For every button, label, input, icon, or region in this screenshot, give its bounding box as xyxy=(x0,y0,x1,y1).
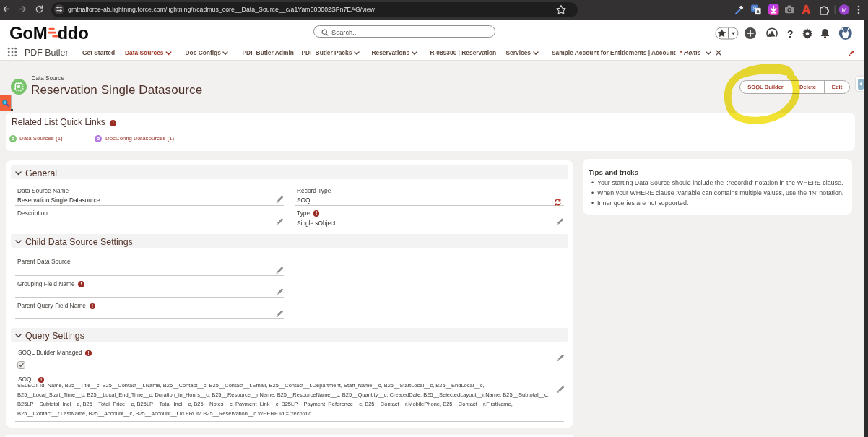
svg-text:M: M xyxy=(842,7,847,13)
svg-text:a: a xyxy=(757,9,760,14)
svg-text:?: ? xyxy=(787,28,794,40)
